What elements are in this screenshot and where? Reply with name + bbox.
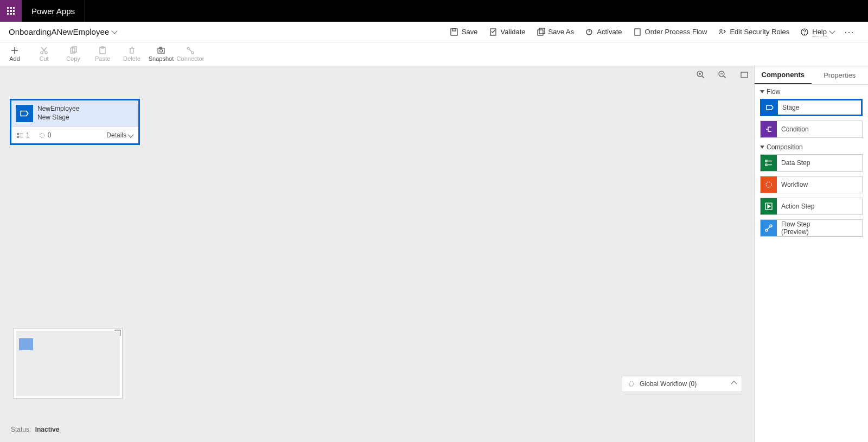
fit-screen-icon[interactable] bbox=[740, 71, 749, 79]
order-process-flow-button[interactable]: Order Process Flow bbox=[628, 22, 713, 42]
snapshot-tool[interactable]: Snapshot bbox=[146, 46, 176, 62]
minimap-stage-indicator bbox=[19, 338, 33, 350]
svg-point-7 bbox=[720, 29, 722, 31]
tab-components[interactable]: Components bbox=[755, 66, 812, 84]
chevron-down-icon bbox=[127, 131, 133, 137]
validate-button[interactable]: Validate bbox=[483, 22, 531, 42]
component-data-step[interactable]: Data Step bbox=[760, 154, 863, 172]
svg-rect-6 bbox=[635, 29, 640, 35]
edit-security-roles-button[interactable]: Edit Security Roles bbox=[712, 22, 795, 42]
svg-point-10 bbox=[41, 52, 43, 54]
paste-tool[interactable]: Paste bbox=[88, 46, 117, 62]
delete-tool[interactable]: Delete bbox=[117, 46, 146, 62]
workflow-icon bbox=[39, 132, 46, 139]
svg-rect-0 bbox=[451, 29, 457, 35]
app-launcher[interactable] bbox=[0, 0, 22, 22]
svg-point-20 bbox=[192, 52, 194, 54]
camera-icon bbox=[157, 46, 165, 55]
stage-icon bbox=[16, 105, 33, 122]
svg-point-31 bbox=[766, 182, 771, 187]
add-tool[interactable]: Add bbox=[0, 46, 29, 62]
svg-rect-18 bbox=[159, 47, 162, 48]
svg-rect-30 bbox=[765, 164, 767, 166]
activate-button[interactable]: Activate bbox=[579, 22, 627, 42]
component-flow-step[interactable]: Flow Step (Preview) bbox=[760, 219, 863, 237]
help-button[interactable]: Help bbox=[795, 22, 840, 42]
collapse-icon bbox=[760, 90, 764, 93]
stage-card-header: NewEmployee New Stage bbox=[11, 100, 138, 127]
svg-point-11 bbox=[45, 52, 47, 54]
component-workflow[interactable]: Workflow bbox=[760, 176, 863, 193]
security-icon bbox=[718, 28, 726, 36]
svg-rect-16 bbox=[158, 48, 164, 53]
save-as-icon bbox=[537, 28, 545, 36]
cut-tool[interactable]: Cut bbox=[29, 46, 59, 62]
right-panel-tabs: Components Properties bbox=[755, 66, 868, 85]
svg-point-34 bbox=[770, 225, 772, 227]
svg-point-33 bbox=[765, 229, 768, 231]
minimap-viewport bbox=[16, 331, 120, 396]
svg-point-17 bbox=[160, 49, 163, 52]
details-toggle[interactable]: Details bbox=[106, 131, 133, 139]
component-action-step[interactable]: Action Step bbox=[760, 198, 863, 215]
data-step-icon bbox=[761, 155, 777, 171]
copy-icon bbox=[69, 46, 78, 55]
workflow-icon bbox=[628, 380, 635, 388]
svg-point-19 bbox=[187, 47, 189, 49]
connector-icon bbox=[186, 46, 195, 55]
steps-count: 1 bbox=[17, 131, 30, 139]
workflow-count: 0 bbox=[39, 131, 52, 139]
stage-title-block: NewEmployee New Stage bbox=[37, 105, 79, 122]
status-label: Status: bbox=[11, 426, 31, 433]
main-area: NewEmployee New Stage 1 0 Details bbox=[0, 66, 868, 442]
svg-rect-25 bbox=[17, 136, 18, 137]
stage-card[interactable]: NewEmployee New Stage 1 0 Details bbox=[10, 99, 140, 145]
collapse-icon bbox=[760, 146, 764, 149]
plus-icon bbox=[10, 46, 19, 55]
chevron-down-icon bbox=[829, 28, 835, 34]
connector-tool[interactable]: Connector bbox=[176, 46, 205, 62]
svg-rect-4 bbox=[539, 28, 545, 34]
workflow-comp-icon bbox=[761, 176, 777, 193]
right-panel: Components Properties Flow Stage Conditi… bbox=[754, 66, 868, 442]
steps-icon bbox=[17, 132, 24, 139]
zoom-in-icon[interactable] bbox=[697, 71, 705, 79]
canvas-zoom-controls bbox=[697, 71, 749, 79]
chevron-down-icon bbox=[111, 28, 117, 34]
action-bar: OnboardingANewEmployee Save Validate Sav… bbox=[0, 22, 868, 42]
stage-card-footer: 1 0 Details bbox=[11, 127, 138, 143]
minimap[interactable] bbox=[13, 328, 123, 399]
zoom-out-icon[interactable] bbox=[718, 71, 727, 79]
svg-rect-23 bbox=[741, 72, 748, 78]
flow-step-icon bbox=[761, 220, 777, 236]
save-icon bbox=[450, 28, 458, 36]
flow-name-label: OnboardingANewEmployee bbox=[9, 27, 109, 36]
canvas[interactable]: NewEmployee New Stage 1 0 Details bbox=[0, 66, 754, 442]
save-button[interactable]: Save bbox=[444, 22, 483, 42]
copy-tool[interactable]: Copy bbox=[59, 46, 88, 62]
section-composition[interactable]: Composition bbox=[755, 140, 868, 152]
svg-point-26 bbox=[40, 133, 44, 137]
delete-icon bbox=[127, 46, 136, 55]
svg-rect-24 bbox=[17, 133, 18, 134]
component-stage[interactable]: Stage bbox=[760, 99, 863, 116]
tab-properties[interactable]: Properties bbox=[812, 66, 869, 84]
more-actions-button[interactable]: ⋯ bbox=[840, 26, 859, 38]
status-value: Inactive bbox=[35, 426, 60, 433]
paste-icon bbox=[98, 46, 107, 55]
svg-point-9 bbox=[805, 34, 805, 34]
validate-icon bbox=[489, 28, 497, 36]
toolbar: Add Cut Copy Paste Delete Snapshot Conne… bbox=[0, 42, 868, 66]
status-bar: Status: Inactive bbox=[11, 426, 59, 433]
component-condition[interactable]: Condition bbox=[760, 121, 863, 138]
section-flow[interactable]: Flow bbox=[755, 85, 868, 97]
flow-name-dropdown[interactable]: OnboardingANewEmployee bbox=[9, 27, 117, 36]
action-step-icon bbox=[761, 198, 777, 214]
global-workflow-panel[interactable]: Global Workflow (0) bbox=[622, 376, 742, 392]
save-as-button[interactable]: Save As bbox=[531, 22, 580, 42]
title-bar: Power Apps bbox=[0, 0, 868, 22]
cut-icon bbox=[40, 46, 48, 55]
stage-name-label: New Stage bbox=[37, 113, 79, 122]
waffle-icon bbox=[7, 7, 15, 15]
svg-point-28 bbox=[629, 382, 634, 387]
